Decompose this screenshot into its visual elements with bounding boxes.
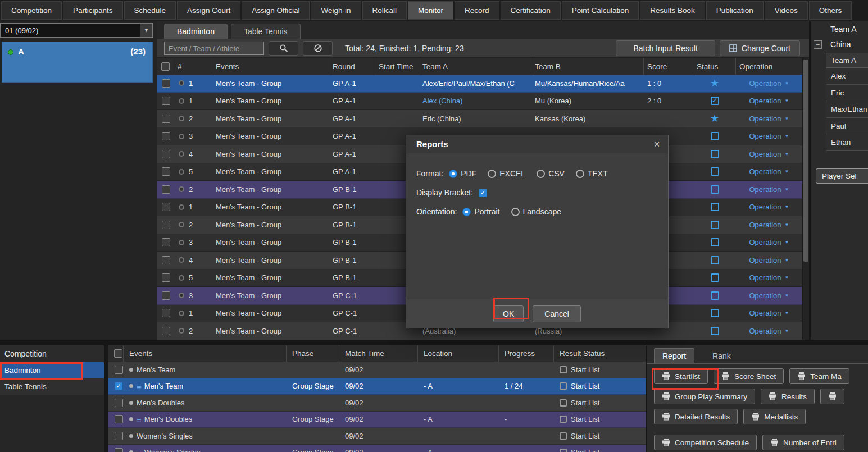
event-row[interactable]: Men's Team09/02Start List (108, 362, 646, 378)
radio-icon[interactable] (179, 311, 184, 316)
menu-item-certification[interactable]: Certification (501, 1, 561, 20)
chevron-down-icon[interactable]: ▼ (140, 24, 152, 37)
operation-dropdown[interactable]: Operation▼ (736, 270, 802, 287)
header-select-all[interactable] (157, 58, 174, 75)
radio-icon[interactable] (179, 275, 184, 281)
operation-dropdown[interactable]: Operation▼ (736, 110, 802, 127)
menu-item-schedule[interactable]: Schedule (124, 1, 176, 20)
operation-dropdown[interactable]: Operation▼ (736, 199, 802, 216)
menu-item-competition[interactable]: Competition (1, 1, 62, 20)
event-row[interactable]: ≡Women's SinglesGroup Stage09/02- AStart… (108, 445, 646, 452)
format-option-pdf[interactable]: PDF (449, 169, 476, 178)
collapse-minus-icon[interactable]: − (814, 40, 822, 49)
unchecked-box-icon[interactable] (711, 203, 719, 211)
operation-dropdown[interactable]: Operation▼ (736, 163, 802, 181)
operation-dropdown[interactable]: Operation▼ (736, 322, 802, 340)
checkbox-icon[interactable] (115, 366, 123, 374)
radio-icon[interactable] (179, 328, 184, 334)
format-option-csv[interactable]: CSV (537, 169, 565, 178)
radio-icon[interactable] (462, 208, 471, 216)
report-button-medallists[interactable]: Medallists (743, 409, 806, 424)
match-team-a[interactable]: Alex (China) (419, 93, 531, 110)
operation-dropdown[interactable]: Operation▼ (736, 75, 802, 92)
radio-icon[interactable] (179, 293, 184, 298)
checkbox-icon[interactable] (162, 221, 170, 229)
start-list-checkbox-icon[interactable] (560, 416, 567, 423)
radio-icon[interactable] (179, 222, 184, 227)
display-bracket-checkbox[interactable]: ✓ (479, 189, 487, 197)
operation-dropdown[interactable]: Operation▼ (736, 93, 802, 110)
cancel-button[interactable]: Cancel (533, 305, 581, 322)
radio-icon[interactable] (179, 186, 184, 192)
report-button-detailed-results[interactable]: Detailed Results (654, 409, 738, 424)
modal-title-bar[interactable]: Reports ✕ (406, 135, 668, 153)
unchecked-box-icon[interactable] (711, 256, 719, 264)
unchecked-box-icon[interactable] (711, 221, 719, 229)
unchecked-box-icon[interactable] (711, 238, 719, 246)
tab-table-tennis[interactable]: Table Tennis (231, 24, 301, 39)
ok-button[interactable]: OK (493, 305, 524, 322)
unchecked-box-icon[interactable] (711, 185, 719, 194)
clear-filter-button[interactable] (303, 41, 333, 56)
report-button-number-of-entri[interactable]: Number of Entri (762, 435, 844, 450)
search-button[interactable] (269, 41, 298, 56)
radio-icon[interactable] (179, 257, 184, 263)
checkbox-icon[interactable] (162, 238, 170, 246)
close-icon[interactable]: ✕ (653, 140, 660, 149)
checkbox-icon[interactable] (162, 203, 170, 211)
start-list-checkbox-icon[interactable] (560, 382, 567, 390)
unchecked-box-icon[interactable] (711, 309, 719, 317)
radio-icon[interactable] (537, 170, 545, 178)
vertical-scrollbar[interactable] (802, 58, 809, 340)
tab-badminton[interactable]: Badminton (164, 24, 228, 39)
start-list-checkbox-icon[interactable] (560, 399, 567, 407)
start-list-checkbox-icon[interactable] (560, 432, 567, 440)
operation-dropdown[interactable]: Operation▼ (736, 145, 802, 163)
header-select-all[interactable] (108, 345, 124, 362)
radio-icon[interactable] (179, 116, 184, 121)
event-row[interactable]: ✓≡Men's TeamGroup Stage09/02- A1 / 24Sta… (108, 378, 646, 395)
match-row[interactable]: 2Men's Team - GroupGP A-1Eric (China)Kan… (157, 110, 802, 128)
player-row[interactable]: Paul (826, 118, 868, 135)
orientation-option-portrait[interactable]: Portrait (462, 207, 499, 216)
checkbox-icon[interactable] (162, 185, 170, 194)
unchecked-box-icon[interactable] (711, 132, 719, 140)
radio-icon[interactable] (179, 169, 184, 175)
format-option-text[interactable]: TEXT (576, 169, 608, 178)
search-input[interactable] (164, 42, 264, 55)
menu-item-participants[interactable]: Participants (63, 1, 123, 20)
operation-dropdown[interactable]: Operation▼ (736, 181, 802, 198)
checkbox-icon[interactable] (162, 79, 170, 88)
checkbox-icon[interactable] (162, 167, 170, 176)
orientation-option-landscape[interactable]: Landscape (511, 207, 562, 216)
radio-icon[interactable] (576, 170, 584, 178)
star-icon[interactable]: ★ (710, 78, 719, 88)
format-option-excel[interactable]: EXCEL (488, 169, 525, 178)
checkbox-icon[interactable] (115, 432, 123, 440)
menu-item-publication[interactable]: Publication (706, 1, 764, 20)
checkbox-icon[interactable] (162, 291, 170, 300)
session-dropdown[interactable]: 01 (09/02) ▼ (0, 23, 153, 38)
operation-dropdown[interactable]: Operation▼ (736, 252, 802, 269)
radio-icon[interactable] (179, 240, 184, 245)
start-list-checkbox-icon[interactable] (560, 449, 567, 452)
competition-item-badminton[interactable]: Badminton (0, 362, 104, 378)
operation-dropdown[interactable]: Operation▼ (736, 234, 802, 252)
radio-icon[interactable] (179, 98, 184, 104)
report-button-group-play-summary[interactable]: Group Play Summary (654, 389, 755, 404)
competition-item-table-tennis[interactable]: Table Tennis (0, 378, 104, 395)
event-row[interactable]: ≡Men's DoublesGroup Stage09/02- A-Start … (108, 412, 646, 428)
operation-dropdown[interactable]: Operation▼ (736, 216, 802, 234)
checked-box-icon[interactable]: ✓ (711, 97, 719, 105)
report-button-competition-schedule[interactable]: Competition Schedule (654, 435, 757, 450)
checkbox-icon[interactable] (162, 256, 170, 264)
radio-icon[interactable] (179, 80, 184, 86)
radio-icon[interactable] (179, 151, 184, 157)
team-row-china[interactable]: − China (811, 37, 868, 53)
court-card-a[interactable]: A (23) (2, 42, 153, 83)
checkbox-icon[interactable] (115, 448, 123, 452)
star-icon[interactable]: ★ (710, 113, 719, 124)
match-row[interactable]: 1Men's Team - GroupGP A-1Alex (China)Mu … (157, 93, 802, 111)
checkbox-icon[interactable] (161, 62, 170, 71)
report-button-results[interactable]: Results (761, 389, 815, 404)
